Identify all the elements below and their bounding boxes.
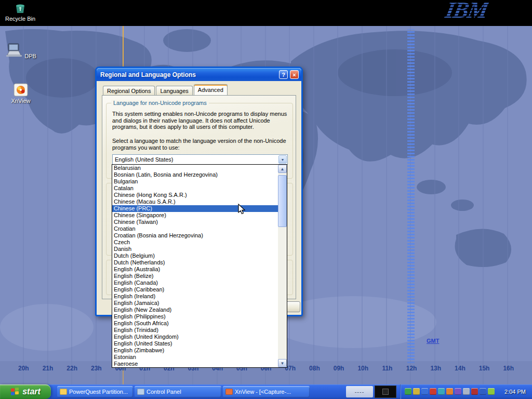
tab[interactable]: Regional Options — [103, 86, 155, 95]
hour-label: 11h — [375, 365, 400, 372]
dialog-titlebar[interactable]: Regional and Language Options ? × — [97, 68, 301, 81]
language-option[interactable]: English (New Zealand) — [112, 307, 278, 313]
language-list: Belarusian Bosnian (Latin, Bosnia and He… — [112, 165, 278, 367]
language-option[interactable]: Danish — [112, 246, 278, 252]
tray-icon[interactable] — [405, 388, 411, 395]
language-option[interactable]: Belarusian — [112, 165, 278, 171]
tray-icon[interactable] — [480, 388, 486, 395]
scrollbar-thumb[interactable] — [278, 175, 287, 227]
hour-label: 14h — [448, 365, 472, 372]
hour-label: 13h — [423, 365, 448, 372]
tray-icon[interactable] — [471, 388, 478, 395]
language-option[interactable]: Chinese (Singapore) — [112, 212, 278, 219]
tab-label: Advanced — [198, 87, 223, 93]
language-option[interactable]: Croatian — [112, 225, 278, 232]
non-unicode-description: This system setting enables non-Unicode … — [112, 111, 290, 130]
tab-label: Languages — [160, 88, 188, 94]
tray-icon[interactable] — [438, 388, 445, 395]
taskbar-task-button[interactable]: Control Panel — [135, 386, 221, 397]
task-icon — [225, 389, 233, 395]
task-label: PowerQuest Partition... — [69, 389, 130, 395]
tray-divider — [400, 384, 401, 399]
scroll-down-button[interactable]: ▼ — [278, 359, 287, 367]
hour-label: 23h — [84, 365, 109, 372]
taskbar-clock[interactable]: 2:04 PM — [498, 384, 532, 399]
tray-icon[interactable] — [430, 388, 436, 395]
language-option[interactable]: Dutch (Belgium) — [112, 252, 278, 259]
recycle-bin-icon — [14, 2, 27, 14]
hour-label: 10h — [351, 365, 375, 372]
language-option[interactable]: Chinese (Macau S.A.R.) — [112, 198, 278, 205]
close-button[interactable]: × — [290, 70, 299, 79]
select-language-prompt: Select a language to match the language … — [112, 138, 293, 151]
language-option[interactable]: English (Australia) — [112, 266, 278, 273]
desktop-icon-recycle-bin[interactable]: Recycle Bin — [4, 2, 36, 22]
help-button[interactable]: ? — [279, 70, 288, 79]
language-option[interactable]: English (Jamaica) — [112, 300, 278, 307]
language-option[interactable]: Chinese (Hong Kong S.A.R.) — [112, 192, 278, 198]
taskbar-spacer-item[interactable]: ---- — [346, 386, 373, 397]
taskbar-task-button[interactable]: XnView - [<Capture-... — [223, 386, 310, 397]
hour-label: 21h — [36, 365, 60, 372]
language-option[interactable]: English (Trinidad) — [112, 327, 278, 334]
hour-label: 22h — [60, 365, 84, 372]
gmt-label: GMT — [427, 338, 439, 344]
arrow-down-icon: ▼ — [281, 361, 285, 366]
task-icon — [60, 389, 67, 395]
language-option[interactable]: Estonian — [112, 354, 278, 361]
language-option[interactable]: Chinese (PRC) — [112, 205, 278, 212]
language-option[interactable]: Czech — [112, 239, 278, 246]
tab[interactable]: Languages — [156, 86, 192, 95]
language-option[interactable]: English (Philippines) — [112, 313, 278, 320]
taskbar-task-button[interactable]: PowerQuest Partition... — [57, 386, 133, 397]
tray-icon[interactable] — [421, 388, 428, 395]
language-combobox[interactable]: English (United States) ▼ — [112, 154, 288, 165]
language-dropdown-list: Belarusian Bosnian (Latin, Bosnia and He… — [112, 164, 287, 368]
tray-icon[interactable] — [413, 388, 420, 395]
tab[interactable]: Advanced — [194, 84, 228, 95]
hour-label: 15h — [472, 365, 497, 372]
language-option[interactable]: Bosnian (Latin, Bosnia and Herzegovina) — [112, 171, 278, 178]
language-option[interactable]: Chinese (Taiwan) — [112, 219, 278, 225]
scroll-up-button[interactable]: ▲ — [278, 165, 287, 173]
desktop-icon-xnview[interactable]: XnView — [4, 83, 37, 104]
tab-label: Regional Options — [107, 88, 151, 94]
hour-label: 16h — [496, 365, 521, 372]
mouse-cursor — [237, 204, 248, 215]
language-option[interactable]: English (Caribbean) — [112, 286, 278, 293]
language-option[interactable]: English (Ireland) — [112, 293, 278, 300]
language-option[interactable]: English (Canada) — [112, 280, 278, 286]
language-option[interactable]: Bulgarian — [112, 178, 278, 185]
task-label: XnView - [<Capture-... — [235, 389, 307, 395]
laptop-icon — [5, 43, 23, 58]
tray-icon[interactable] — [488, 388, 495, 395]
desktop-icon-dpb[interactable]: DPB — [4, 43, 37, 59]
task-icon — [137, 389, 144, 395]
windows-flag-icon — [10, 388, 20, 396]
language-option[interactable]: English (Belize) — [112, 273, 278, 280]
language-option[interactable]: English (South Africa) — [112, 320, 278, 327]
desktop: 20h21h22h23h00h01h02h03h04h05h06h07h08h0… — [0, 0, 532, 399]
tray-icon[interactable] — [455, 388, 461, 395]
dpb-label: DPB — [24, 53, 36, 59]
taskbar: start PowerQuest Partition... Control Pa… — [0, 384, 532, 399]
taskbar-dark-item[interactable] — [375, 385, 396, 398]
tray-icon[interactable] — [463, 388, 470, 395]
language-option[interactable]: English (United States) — [112, 340, 278, 347]
combobox-dropdown-button[interactable]: ▼ — [278, 155, 287, 164]
language-option[interactable]: Dutch (Netherlands) — [112, 259, 278, 266]
dropdown-scrollbar[interactable]: ▲ ▼ — [278, 165, 287, 367]
language-option[interactable]: English (United Kingdom) — [112, 334, 278, 340]
start-label: start — [22, 387, 41, 396]
language-option[interactable]: Faeroese — [112, 361, 278, 367]
dialog-title: Regional and Language Options — [100, 71, 277, 78]
combobox-value: English (United States) — [115, 156, 174, 163]
tray-icon[interactable] — [446, 388, 453, 395]
language-option[interactable]: Croatian (Bosnia and Herzegovina) — [112, 232, 278, 239]
start-button[interactable]: start — [0, 384, 51, 399]
language-option[interactable]: English (Zimbabwe) — [112, 347, 278, 354]
hour-label: 08h — [302, 365, 327, 372]
language-option[interactable]: Catalan — [112, 185, 278, 192]
dark-app-icon — [382, 389, 389, 395]
recycle-bin-label: Recycle Bin — [4, 16, 36, 22]
